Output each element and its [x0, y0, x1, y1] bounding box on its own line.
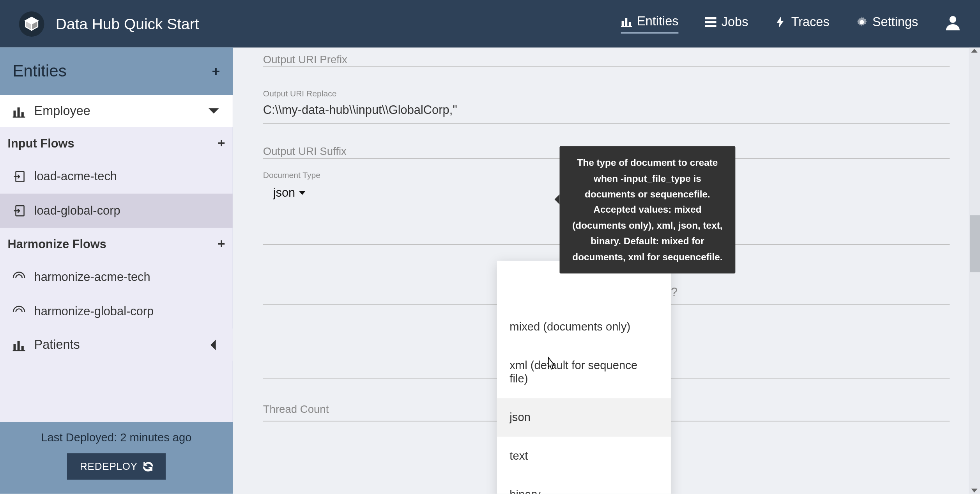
flow-label: harmonize-acme-tech [34, 270, 150, 284]
svg-rect-2 [628, 22, 630, 26]
dropdown-option[interactable]: text [497, 437, 671, 475]
svg-rect-8 [13, 110, 16, 117]
svg-rect-4 [705, 17, 716, 19]
flow-label: harmonize-global-corp [34, 304, 154, 318]
help-icon[interactable]: ? [671, 286, 678, 300]
add-harmonize-flow-button[interactable]: + [218, 237, 225, 251]
redeploy-button[interactable]: REDEPLOY [67, 453, 166, 480]
harmonize-icon [12, 271, 25, 283]
dropdown-option[interactable]: binary [497, 475, 671, 494]
chevron-down-icon [299, 191, 305, 195]
dropdown-option[interactable]: xml (default for sequence file) [497, 346, 671, 398]
input-icon [12, 170, 25, 183]
entity-employee[interactable]: Employee [0, 95, 233, 127]
field-label: Output URI Replace [263, 89, 950, 98]
harmonize-flow-item[interactable]: harmonize-global-corp [0, 294, 233, 329]
chevron-left-icon [207, 338, 220, 351]
scroll-down-icon[interactable] [971, 489, 977, 492]
bar-chart-icon [12, 105, 25, 117]
flow-label: load-acme-tech [34, 170, 117, 184]
sidebar-footer: Last Deployed: 2 minutes ago REDEPLOY [0, 422, 233, 494]
refresh-icon [143, 461, 153, 471]
sidebar-title: Entities [12, 61, 66, 81]
field-output-uri-replace: Output URI Replace [263, 89, 950, 124]
svg-rect-10 [21, 112, 24, 117]
nav-label: Settings [872, 14, 918, 29]
field-output-uri-prefix: Output URI Prefix [263, 54, 950, 67]
brand: Data Hub Quick Start [19, 11, 199, 36]
svg-rect-9 [18, 107, 20, 117]
scroll-up-icon[interactable] [971, 49, 977, 53]
logo-icon [19, 11, 44, 36]
svg-rect-11 [12, 116, 25, 117]
bar-chart-icon [621, 16, 632, 27]
document-type-dropdown: mixed (documents only) xml (default for … [497, 261, 671, 494]
harmonize-flow-item[interactable]: harmonize-acme-tech [0, 260, 233, 295]
output-uri-replace-input[interactable] [263, 98, 950, 124]
content-area: Output URI Prefix Output URI Replace Out… [233, 48, 980, 494]
entity-patients[interactable]: Patients [0, 329, 233, 361]
section-label: Harmonize Flows [7, 237, 106, 251]
svg-rect-5 [705, 21, 716, 23]
svg-rect-0 [621, 21, 623, 27]
section-input-flows: Input Flows + [0, 127, 233, 160]
sidebar: Entities + Employee Input Flows + [0, 48, 233, 494]
topbar: Data Hub Quick Start Entities Jobs Trace… [0, 0, 980, 48]
nav-label: Jobs [722, 14, 748, 29]
nav-jobs[interactable]: Jobs [705, 14, 748, 33]
user-icon [945, 14, 961, 30]
nav-settings[interactable]: Settings [856, 14, 918, 33]
nav-label: Traces [791, 14, 830, 29]
sidebar-header: Entities + [0, 48, 233, 95]
dropdown-option[interactable]: json [497, 398, 671, 437]
button-label: REDEPLOY [80, 461, 138, 472]
input-flow-item[interactable]: load-acme-tech [0, 160, 233, 194]
bar-chart-icon [12, 338, 25, 351]
scroll-thumb[interactable] [970, 215, 980, 272]
last-deployed-text: Last Deployed: 2 minutes ago [0, 431, 233, 444]
gear-icon [856, 16, 867, 27]
add-input-flow-button[interactable]: + [218, 136, 225, 151]
svg-rect-1 [625, 18, 627, 26]
field-label: Output URI Prefix [263, 54, 950, 66]
select-value: json [273, 186, 295, 200]
input-icon [12, 204, 25, 217]
vertical-scrollbar[interactable] [969, 48, 980, 494]
section-label: Input Flows [7, 137, 74, 151]
input-flow-item[interactable]: load-global-corp [0, 194, 233, 228]
svg-rect-17 [12, 350, 25, 351]
chevron-down-icon [207, 105, 220, 117]
harmonize-icon [12, 305, 25, 318]
document-type-select[interactable]: json [263, 180, 315, 206]
top-nav: Entities Jobs Traces Settings [621, 14, 961, 34]
nav-entities[interactable]: Entities [621, 14, 679, 34]
tooltip: The type of document to create when -inp… [559, 146, 735, 274]
add-entity-button[interactable]: + [212, 63, 220, 79]
section-harmonize-flows: Harmonize Flows + [0, 228, 233, 260]
svg-rect-14 [13, 344, 16, 350]
entity-label: Patients [34, 338, 80, 352]
svg-rect-6 [705, 25, 716, 27]
dropdown-option[interactable]: mixed (documents only) [497, 307, 671, 346]
svg-rect-3 [621, 26, 632, 27]
nav-label: Entities [637, 14, 678, 28]
nav-user[interactable] [945, 14, 961, 34]
svg-point-7 [950, 16, 957, 23]
entity-label: Employee [34, 104, 90, 118]
bolt-icon [775, 16, 786, 27]
flow-label: load-global-corp [34, 204, 120, 218]
svg-rect-15 [18, 341, 20, 350]
nav-traces[interactable]: Traces [775, 14, 830, 33]
app-title: Data Hub Quick Start [56, 15, 199, 32]
list-icon [705, 16, 716, 27]
svg-rect-16 [21, 345, 24, 350]
